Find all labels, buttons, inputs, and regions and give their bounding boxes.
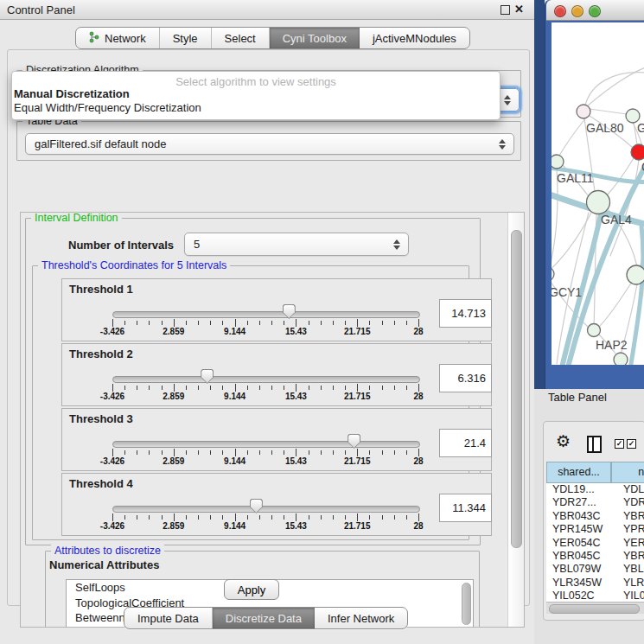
combo-stepper-icon (392, 239, 400, 250)
tab-cyni-toolbox[interactable]: Cyni Toolbox (270, 28, 360, 48)
tab-jactivemnodules[interactable]: jActiveMNodules (360, 28, 469, 48)
slider-tick (369, 515, 370, 520)
node-label: HAP2 (596, 338, 628, 352)
table-body: YDL19...YDL1YDR27...YDR2YBR043CYBR0YPR14… (546, 483, 644, 602)
threshold-value-field[interactable]: 11.344 (439, 494, 492, 522)
tab-label: Select (225, 32, 256, 45)
network-edge (559, 118, 586, 156)
algorithm-option[interactable]: Manual Discretization (14, 87, 498, 101)
slider-tick (162, 450, 163, 455)
tick-label: -3.426 (86, 456, 138, 466)
table-data-combo[interactable]: galFiltered.sif default node (25, 133, 514, 155)
network-graph: GAL80GCGAL11GAL4GCY1HHAP2 (552, 22, 644, 365)
tick-label: 9.144 (209, 456, 261, 466)
panel-scrollbar-thumb[interactable] (511, 230, 522, 548)
list-scrollbar[interactable] (462, 583, 471, 625)
tick-label: 15.43 (270, 392, 322, 401)
slider-tick (235, 513, 236, 521)
network-canvas[interactable]: GAL80GCGAL11GAL4GCY1HHAP2 (552, 22, 644, 365)
tab-infer-network[interactable]: Infer Network (315, 608, 407, 628)
table-row[interactable]: YDL19...YDL1 (546, 483, 644, 496)
tick-label: 28 (392, 521, 444, 531)
tab-label: Cyni Toolbox (283, 32, 347, 45)
threshold-value-field[interactable]: 21.4 (439, 429, 492, 457)
tab-discretize-data[interactable]: Discretize Data (213, 608, 315, 628)
table-row[interactable]: YPR145WYPR1 (546, 523, 644, 536)
mac-close-button[interactable] (554, 5, 566, 17)
checkbox-icon[interactable]: ✓ (615, 439, 624, 449)
table-row[interactable]: YER054CYER0 (546, 537, 644, 550)
number-of-intervals-combo[interactable]: 5 (184, 233, 409, 256)
tab-select[interactable]: Select (212, 28, 270, 48)
tick-label: 21.715 (331, 456, 383, 466)
network-node[interactable] (552, 267, 554, 281)
algorithm-option[interactable]: Equal Width/Frequency Discretization (14, 101, 498, 115)
slider-tick (174, 449, 175, 456)
slider-tick (284, 386, 284, 390)
slider-tick (394, 515, 395, 520)
slider-tick (309, 515, 309, 520)
network-node[interactable] (577, 105, 590, 118)
panel-scrollbar-track[interactable] (507, 213, 524, 627)
table-panel-window: ⚙ ✓ ✓ shared...n... YDL19...YDL1YDR27...… (543, 421, 644, 621)
slider-tick (296, 319, 296, 327)
slider-tick (382, 450, 383, 455)
threshold-value-field[interactable]: 6.316 (439, 364, 492, 392)
tab-impute-data[interactable]: Impute Data (124, 608, 213, 628)
network-node[interactable] (587, 191, 610, 214)
network-node[interactable] (627, 265, 644, 284)
slider-track[interactable] (112, 441, 420, 448)
apply-button[interactable]: Apply (224, 579, 279, 600)
network-node[interactable] (614, 353, 628, 365)
table-hscrollbar[interactable] (546, 602, 644, 614)
gear-icon[interactable]: ⚙ (556, 431, 571, 451)
slider-track[interactable] (112, 376, 420, 383)
table-cell: YIL0 (617, 590, 644, 602)
slider-tick (210, 321, 211, 325)
slider-tick (345, 321, 346, 325)
slider-track[interactable] (112, 506, 420, 513)
table-column-header[interactable]: n... (611, 462, 644, 483)
threshold-value-field[interactable]: 14.713 (439, 299, 492, 328)
node-label: GCY1 (552, 285, 582, 299)
tab-style[interactable]: Style (160, 28, 212, 48)
slider-track[interactable] (112, 311, 420, 318)
tab-network[interactable]: Network (76, 28, 160, 48)
network-node[interactable] (588, 324, 601, 337)
table-row[interactable]: YBR043CYBR0 (546, 510, 644, 523)
slider-tick (333, 450, 334, 455)
network-view-window: GAL80GCGAL11GAL4GCY1HHAP2 (545, 0, 644, 389)
slider-tick (418, 319, 419, 327)
mac-zoom-button[interactable] (589, 5, 601, 17)
columns-icon[interactable] (587, 436, 602, 453)
slider-tick (271, 450, 272, 455)
node-label: GAL4 (601, 213, 632, 226)
tick-label: 21.715 (331, 392, 383, 401)
slider-tick (235, 384, 236, 392)
table-row[interactable]: YDR27...YDR2 (546, 496, 644, 509)
tick-label: 28 (392, 456, 444, 466)
table-row[interactable]: YBL079WYBL0 (546, 563, 644, 576)
slider-tick (112, 319, 113, 327)
slider-tick (321, 386, 322, 390)
slider-tick (382, 321, 383, 325)
table-hscrollbar-thumb[interactable] (549, 604, 640, 614)
table-row[interactable]: YBR045CYBR0 (546, 550, 644, 563)
slider-tick (137, 515, 137, 520)
close-icon[interactable]: ✕ (514, 3, 524, 16)
network-node[interactable] (552, 155, 564, 169)
slider-tick (247, 386, 248, 390)
table-row[interactable]: YIL052CYIL0 (546, 590, 644, 602)
table-cell: YPR1 (617, 523, 644, 536)
slider-tick (198, 515, 199, 520)
table-column-header[interactable]: shared... (546, 462, 611, 483)
tab-label: Style (173, 32, 198, 45)
checkbox-icon[interactable]: ✓ (627, 439, 636, 449)
slider-tick (333, 321, 334, 325)
table-cell: YBR043C (546, 510, 617, 523)
table-row[interactable]: YLR345WYLR3 (546, 577, 644, 590)
float-window-icon[interactable] (501, 5, 510, 15)
mac-minimize-button[interactable] (571, 5, 583, 17)
tab-label: Network (105, 32, 146, 45)
network-node[interactable] (631, 144, 644, 160)
